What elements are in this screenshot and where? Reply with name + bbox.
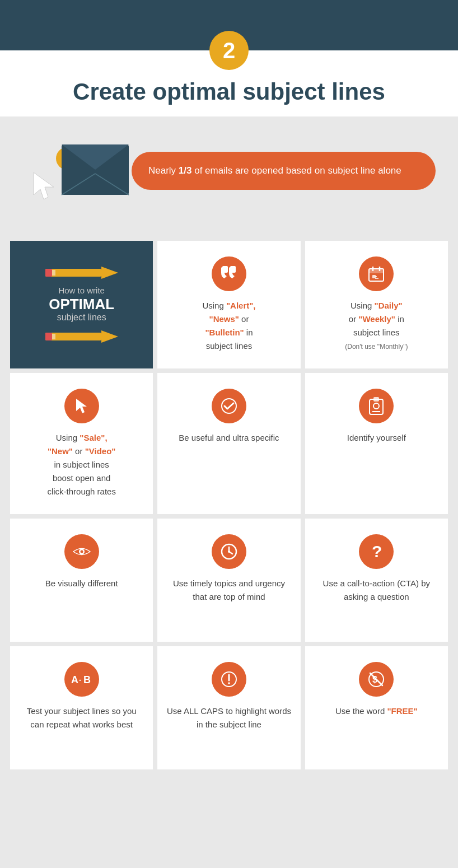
cta-question-cell: ? Use a call-to-action (CTA) by asking a… (305, 519, 448, 642)
svg-text:A: A (71, 674, 78, 685)
visually-different-text: Be visually different (45, 577, 118, 590)
cta-text: Use a call-to-action (CTA) by asking a q… (314, 577, 439, 604)
svg-text:B: B (83, 674, 91, 685)
eye-icon-circle (64, 534, 99, 569)
clock-icon-circle (212, 534, 246, 569)
identify-text: Identify yourself (347, 431, 406, 445)
calendar-icon-circle (359, 256, 394, 291)
sale-new-video-text: Using "Sale","New" or "Video"in subject … (47, 431, 116, 498)
svg-marker-7 (101, 267, 118, 279)
how-to-cell: How to write OPTIMAL subject lines (10, 241, 153, 368)
daily-weekly-cell: Using "Daily"or "Weekly" insubject lines… (305, 241, 448, 368)
all-caps-cell: Use ALL CAPS to highlight words in the s… (157, 646, 300, 769)
grid-section: How to write OPTIMAL subject lines Using… (0, 236, 458, 786)
tips-grid: How to write OPTIMAL subject lines Using… (10, 241, 448, 769)
ab-test-text: Test your subject lines so you can repea… (19, 704, 144, 731)
svg-rect-22 (373, 397, 379, 402)
no-dollar-icon-circle: $ (359, 662, 394, 697)
quote-icon-circle (212, 256, 246, 291)
svg-marker-11 (101, 330, 118, 343)
svg-point-23 (373, 403, 379, 409)
free-text: Use the word "FREE" (335, 704, 418, 718)
optimal-text: OPTIMAL (49, 296, 114, 312)
visually-different-cell: Be visually different (10, 519, 153, 642)
timely-topics-cell: Use timely topics and urgency that are t… (157, 519, 300, 642)
ab-icon-circle: A · B (64, 662, 99, 697)
daily-weekly-text: Using "Daily"or "Weekly" insubject lines… (345, 299, 408, 353)
timely-topics-text: Use timely topics and urgency that are t… (166, 577, 291, 604)
useful-specific-cell: Be useful and ultra specific (157, 373, 300, 514)
page-title: Create optimal subject lines (34, 78, 424, 105)
alert-news-cell: Using "Alert","News" or"Bulletin" insubj… (157, 241, 300, 368)
svg-marker-19 (76, 399, 87, 413)
sale-new-video-cell: Using "Sale","New" or "Video"in subject … (10, 373, 153, 514)
svg-point-26 (80, 550, 83, 553)
stat-bubble: Nearly 1/3 of emails are opened based on… (132, 152, 436, 189)
svg-rect-15 (369, 269, 384, 273)
cursor-icon-circle (64, 389, 99, 423)
svg-marker-0 (34, 172, 54, 199)
exclamation-icon-circle (212, 662, 246, 697)
all-caps-text: Use ALL CAPS to highlight words in the s… (166, 704, 291, 731)
svg-point-30 (228, 550, 230, 553)
svg-rect-9 (52, 270, 55, 276)
question-icon-circle: ? (359, 534, 394, 569)
how-to-text: How to write (58, 286, 105, 295)
svg-rect-12 (45, 333, 52, 340)
hero-area: Nearly 1/3 of emails are opened based on… (0, 116, 458, 236)
subject-lines-text: subject lines (57, 312, 106, 323)
free-cell: $ Use the word "FREE" (305, 646, 448, 769)
alert-news-text: Using "Alert","News" or"Bulletin" insubj… (202, 299, 255, 353)
useful-specific-text: Be useful and ultra specific (179, 431, 279, 445)
svg-text:·: · (79, 676, 81, 685)
svg-point-37 (228, 682, 230, 684)
identify-cell: Identify yourself (305, 373, 448, 514)
svg-text:?: ? (372, 543, 382, 561)
step-number-circle: 2 (209, 31, 249, 70)
badge-icon-circle (359, 389, 394, 423)
envelope-illustration (22, 128, 140, 214)
check-icon-circle (212, 389, 246, 423)
svg-rect-8 (45, 269, 52, 277)
ab-test-cell: A · B Test your subject lines so you can… (10, 646, 153, 769)
svg-rect-13 (52, 334, 55, 339)
